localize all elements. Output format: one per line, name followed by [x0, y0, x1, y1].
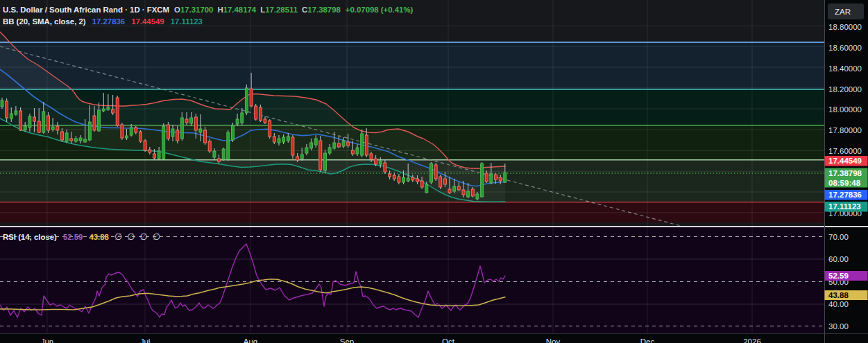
svg-text:Sep: Sep	[340, 337, 354, 343]
svg-text:17.80000: 17.80000	[828, 126, 862, 134]
svg-text:18.40000: 18.40000	[828, 64, 862, 73]
svg-text:52.59: 52.59	[828, 272, 849, 280]
svg-text:17.38798: 17.38798	[828, 169, 862, 177]
svg-text:Aug: Aug	[244, 337, 257, 343]
svg-text:18.00000: 18.00000	[828, 105, 862, 114]
svg-text:Jul: Jul	[140, 337, 151, 343]
svg-text:U.S. Dollar / South African Ra: U.S. Dollar / South African Rand · 1D · …	[3, 6, 414, 14]
svg-text:18.80000: 18.80000	[828, 23, 862, 31]
svg-text:BB (20, SMA, close, 2)17.27836: BB (20, SMA, close, 2)17.2783617.4454917…	[3, 17, 203, 26]
svg-text:18.20000: 18.20000	[828, 85, 862, 94]
svg-text:17.44549: 17.44549	[828, 157, 862, 165]
svg-text:43.88: 43.88	[828, 291, 849, 299]
svg-text:Jun: Jun	[41, 337, 54, 343]
svg-text:60.00: 60.00	[828, 255, 849, 263]
svg-text:17.60000: 17.60000	[828, 147, 862, 155]
svg-text:18.60000: 18.60000	[828, 44, 862, 52]
svg-text:40.00: 40.00	[828, 300, 849, 308]
svg-text:30.00: 30.00	[828, 322, 849, 331]
svg-text:Dec: Dec	[640, 337, 655, 343]
svg-text:ZAR: ZAR	[835, 8, 851, 16]
svg-text:70.00: 70.00	[828, 233, 849, 241]
svg-text:17.27836: 17.27836	[828, 191, 862, 199]
svg-text:Oct: Oct	[442, 337, 455, 343]
svg-text:2026: 2026	[743, 337, 761, 343]
svg-text:Nov: Nov	[546, 337, 561, 343]
svg-text:17.11123: 17.11123	[828, 202, 861, 211]
svg-text:08:59:48: 08:59:48	[828, 179, 861, 187]
